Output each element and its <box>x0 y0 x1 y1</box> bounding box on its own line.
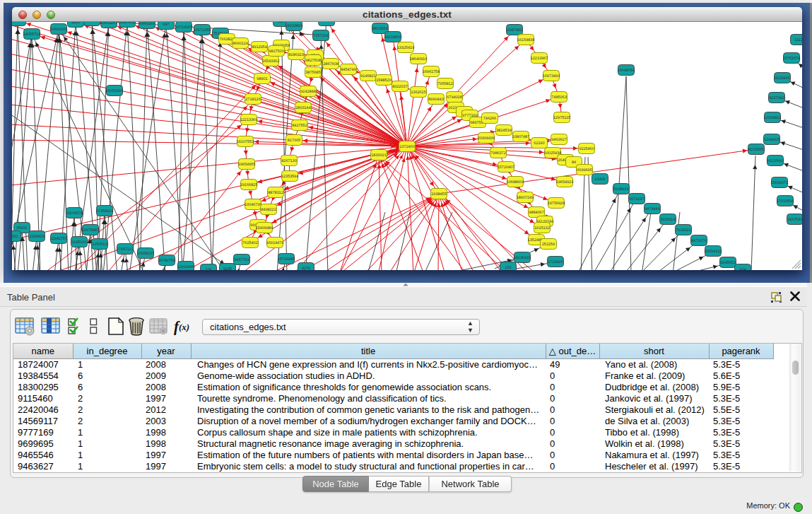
svg-text:1821: 1821 <box>71 22 80 25</box>
svg-text:19756928: 19756928 <box>548 201 565 206</box>
svg-text:8322037: 8322037 <box>392 85 407 89</box>
svg-text:12353594: 12353594 <box>281 175 298 179</box>
svg-text:16154838: 16154838 <box>517 38 534 42</box>
svg-text:16648784: 16648784 <box>618 69 635 73</box>
svg-text:6679197: 6679197 <box>629 197 644 201</box>
svg-text:17016504: 17016504 <box>777 199 794 204</box>
svg-text:7955812: 7955812 <box>437 82 452 86</box>
svg-text:746266: 746266 <box>483 117 496 121</box>
svg-text:19654923: 19654923 <box>556 180 573 185</box>
svg-text:2867608: 2867608 <box>323 62 338 66</box>
svg-text:3824534: 3824534 <box>496 129 511 133</box>
svg-text:1156829: 1156829 <box>29 235 44 239</box>
svg-text:9227342: 9227342 <box>769 96 784 100</box>
svg-text:98901: 98901 <box>257 77 267 81</box>
svg-text:9827500: 9827500 <box>269 49 283 54</box>
svg-text:20206578: 20206578 <box>66 211 83 216</box>
svg-text:8471676: 8471676 <box>691 239 706 243</box>
svg-text:817005: 817005 <box>288 139 300 143</box>
svg-text:8427552: 8427552 <box>292 124 307 128</box>
svg-text:1362615: 1362615 <box>411 90 425 95</box>
svg-text:10973493: 10973493 <box>543 74 560 78</box>
svg-text:1733426: 1733426 <box>548 260 563 264</box>
svg-text:8660124: 8660124 <box>233 42 247 46</box>
svg-text:19654955: 19654955 <box>238 163 255 167</box>
svg-text:10688609: 10688609 <box>507 180 524 185</box>
svg-text:9884067: 9884067 <box>529 211 543 215</box>
svg-text:18907249: 18907249 <box>517 196 534 200</box>
svg-text:1615132: 1615132 <box>534 226 549 230</box>
svg-text:10807487: 10807487 <box>512 135 529 139</box>
svg-text:204: 204 <box>14 22 20 23</box>
svg-text:16210643: 16210643 <box>767 159 784 163</box>
svg-text:15716485: 15716485 <box>278 257 295 262</box>
svg-text:3875685: 3875685 <box>305 71 320 75</box>
svg-text:13325419: 13325419 <box>397 46 414 50</box>
svg-text:9115460: 9115460 <box>579 147 594 151</box>
svg-text:9474444: 9474444 <box>645 207 659 211</box>
svg-text:99151: 99151 <box>12 235 18 239</box>
svg-text:9245: 9245 <box>223 267 232 271</box>
svg-text:12923446: 12923446 <box>177 265 194 269</box>
svg-text:9827508: 9827508 <box>305 59 320 63</box>
svg-text:7357224: 7357224 <box>313 34 328 38</box>
svg-text:84: 84 <box>572 160 576 165</box>
svg-text:15409489: 15409489 <box>256 226 273 230</box>
svg-text:7632621: 7632621 <box>676 228 690 233</box>
svg-text:7625402: 7625402 <box>242 241 257 245</box>
svg-text:12093822: 12093822 <box>764 116 781 120</box>
svg-text:(x): (x) <box>179 322 189 332</box>
svg-text:10975887: 10975887 <box>82 228 99 233</box>
svg-text:8186323: 8186323 <box>288 53 303 57</box>
svg-text:16409: 16409 <box>594 177 605 182</box>
svg-text:1112: 1112 <box>794 38 802 42</box>
svg-text:10719155: 10719155 <box>175 25 192 30</box>
svg-text:12213967: 12213967 <box>531 57 548 61</box>
svg-text:7485063: 7485063 <box>551 95 566 100</box>
svg-text:1830021: 1830021 <box>371 153 386 158</box>
svg-text:16961758: 16961758 <box>423 70 440 74</box>
svg-text:19371: 19371 <box>86 22 97 23</box>
svg-text:4276: 4276 <box>302 267 310 271</box>
svg-text:19218506: 19218506 <box>384 35 401 40</box>
svg-text:9146821: 9146821 <box>360 74 375 78</box>
svg-text:8454749: 8454749 <box>341 68 355 72</box>
svg-text:8215955: 8215955 <box>748 148 763 152</box>
svg-text:35001: 35001 <box>16 226 27 230</box>
svg-text:16107553: 16107553 <box>237 140 254 144</box>
svg-text:1527602: 1527602 <box>119 22 134 25</box>
svg-text:1244415: 1244415 <box>764 138 779 142</box>
svg-text:20691406: 20691406 <box>50 28 67 32</box>
svg-text:16914479: 16914479 <box>266 241 283 245</box>
svg-text:226: 226 <box>205 268 211 271</box>
svg-text:10654112: 10654112 <box>705 250 722 254</box>
svg-text:20364436: 20364436 <box>478 136 495 141</box>
svg-text:1372400: 1372400 <box>399 145 414 149</box>
svg-text:10653267: 10653267 <box>100 22 117 25</box>
svg-text:9457791: 9457791 <box>234 258 249 262</box>
svg-text:8990443: 8990443 <box>428 98 443 102</box>
svg-text:12213369: 12213369 <box>240 118 257 122</box>
svg-text:12975115: 12975115 <box>553 116 570 120</box>
svg-text:14055714: 14055714 <box>23 33 40 37</box>
svg-text:16543362: 16543362 <box>262 59 279 64</box>
svg-text:1167533: 1167533 <box>787 218 802 222</box>
svg-text:9463627: 9463627 <box>551 138 566 142</box>
svg-text:8267130: 8267130 <box>281 159 296 163</box>
svg-text:252254: 252254 <box>542 243 555 247</box>
svg-text:14136141: 14136141 <box>514 256 531 260</box>
svg-text:17957223: 17957223 <box>117 247 134 252</box>
svg-text:647: 647 <box>163 23 169 27</box>
svg-text:2935114: 2935114 <box>660 218 675 222</box>
svg-text:9245652: 9245652 <box>720 261 735 265</box>
svg-text:10046736: 10046736 <box>245 203 261 207</box>
svg-text:16033809: 16033809 <box>286 24 302 28</box>
svg-text:2718126: 2718126 <box>245 98 260 102</box>
svg-text:6466160: 6466160 <box>139 22 154 26</box>
svg-text:8912954: 8912954 <box>252 45 266 49</box>
svg-text:12942757: 12942757 <box>50 237 67 241</box>
svg-text:15692971: 15692971 <box>771 181 788 185</box>
svg-text:6794028: 6794028 <box>447 95 461 100</box>
svg-text:19166825: 19166825 <box>240 183 257 187</box>
svg-text:129: 129 <box>505 266 511 270</box>
